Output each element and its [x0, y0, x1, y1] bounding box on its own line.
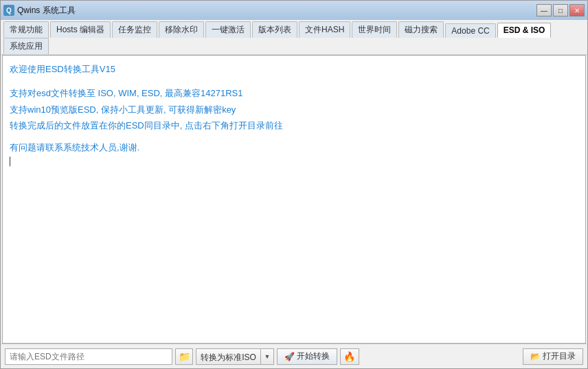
- window-controls: — □ ✕: [536, 4, 585, 16]
- browse-folder-button[interactable]: 📁: [175, 348, 193, 365]
- welcome-line: 欢迎使用ESD转换工具V15: [10, 61, 578, 77]
- tab-activate[interactable]: 一键激活: [205, 21, 251, 38]
- convert-type-selector[interactable]: 转换为标准ISO ▼: [196, 348, 274, 365]
- tab-hosts[interactable]: Hosts 编辑器: [50, 21, 111, 38]
- info-line5: 转换完成后的文件放置在你的ESD同目录中, 点击右下角打开目录前往: [10, 118, 578, 133]
- open-dir-label: 打开目录: [543, 350, 576, 362]
- window-title: Qwins 系统工具: [17, 5, 536, 16]
- minimize-button[interactable]: —: [536, 4, 552, 16]
- tab-general[interactable]: 常规功能: [3, 21, 49, 38]
- tab-esdiso[interactable]: ESD & ISO: [497, 23, 552, 38]
- tab-sysapp[interactable]: 系统应用: [3, 38, 49, 54]
- cursor-area: [10, 157, 578, 166]
- convert-type-label: 转换为标准ISO: [196, 349, 261, 364]
- info-line4: 支持win10预览版ESD, 保持小工具更新, 可获得新解密key: [10, 102, 578, 118]
- tab-search[interactable]: 磁力搜索: [398, 21, 444, 38]
- content-panel: 欢迎使用ESD转换工具V15 支持对esd文件转换至 ISO, WIM, ESD…: [2, 55, 586, 344]
- tab-adobecc[interactable]: Adobe CC: [445, 23, 495, 38]
- main-window: Q Qwins 系统工具 — □ ✕ 常规功能 Hosts 编辑器 任务监控 移…: [0, 0, 588, 369]
- title-bar: Q Qwins 系统工具 — □ ✕: [1, 1, 587, 20]
- tab-hash[interactable]: 文件HASH: [299, 21, 350, 38]
- restore-button[interactable]: □: [553, 4, 568, 16]
- tab-taskmgr[interactable]: 任务监控: [112, 21, 157, 38]
- info-line7: 有问题请联系系统技术人员,谢谢.: [10, 139, 578, 155]
- text-cursor: [10, 157, 10, 166]
- close-button[interactable]: ✕: [569, 4, 585, 16]
- tab-versions[interactable]: 版本列表: [252, 21, 297, 38]
- esd-path-input[interactable]: [5, 348, 172, 365]
- start-convert-button[interactable]: 🚀 开始转换: [277, 348, 337, 365]
- convert-dropdown-arrow[interactable]: ▼: [261, 349, 273, 364]
- tab-worldtime[interactable]: 世界时间: [352, 21, 397, 38]
- app-icon: Q: [3, 5, 14, 16]
- folder-icon: 📁: [179, 351, 190, 362]
- stop-button[interactable]: 🔥: [340, 348, 359, 365]
- tab-bar: 常规功能 Hosts 编辑器 任务监控 移除水印 一键激活 版本列表 文件HAS…: [1, 20, 587, 55]
- open-dir-icon: 📂: [530, 352, 541, 361]
- tab-watermark[interactable]: 移除水印: [159, 21, 204, 38]
- status-bar: 📁 转换为标准ISO ▼ 🚀 开始转换 🔥 📂 打开目录: [1, 344, 587, 368]
- start-icon: 🚀: [284, 352, 295, 361]
- start-label: 开始转换: [297, 350, 330, 362]
- info-line3: 支持对esd文件转换至 ISO, WIM, ESD, 最高兼容14271RS1: [10, 85, 578, 101]
- stop-icon: 🔥: [343, 351, 355, 362]
- open-directory-button[interactable]: 📂 打开目录: [523, 348, 583, 365]
